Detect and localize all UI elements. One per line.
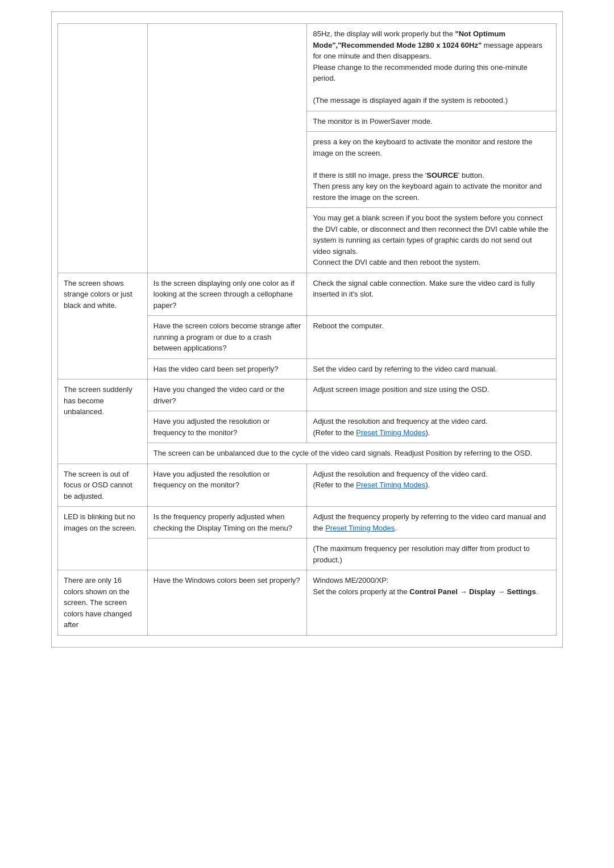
- solution-cell: You may get a blank screen if you boot t…: [307, 208, 557, 273]
- solution-cell: Check the signal cable connection. Make …: [307, 273, 557, 316]
- page-container: 85Hz, the display will work properly but…: [51, 11, 563, 648]
- solution-text: Windows ME/2000/XP:Set the colors proper…: [313, 576, 538, 596]
- check-cell: Have you adjusted the resolution or freq…: [147, 464, 307, 507]
- solution-text: Adjust the frequency properly by referri…: [313, 512, 546, 532]
- solution-text: Adjust screen image position and size us…: [313, 385, 489, 394]
- solution-text: Adjust the resolution and frequency at t…: [313, 417, 487, 437]
- check-text: Have the Windows colors been set properl…: [154, 576, 300, 585]
- table-row: 85Hz, the display will work properly but…: [58, 24, 557, 111]
- span-text: The screen can be unbalanced due to the …: [154, 449, 532, 457]
- preset-timing-link[interactable]: Preset Timing Modes: [356, 428, 425, 437]
- check-text: Is the frequency properly adjusted when …: [154, 512, 292, 532]
- solution-cell: The monitor is in PowerSaver mode.: [307, 111, 557, 132]
- solution-text: The monitor is in PowerSaver mode.: [313, 117, 432, 126]
- check-cell: Have you adjusted the resolution or freq…: [147, 411, 307, 443]
- check-text: Have you adjusted the resolution or freq…: [154, 417, 270, 437]
- check-text: Have the screen colors become strange af…: [154, 322, 301, 352]
- symptom-text: The screen is out of focus or OSD cannot…: [64, 470, 132, 500]
- check-cell: Have the Windows colors been set properl…: [147, 570, 307, 636]
- table-row: The screen shows strange colors or just …: [58, 273, 557, 316]
- preset-timing-link-2[interactable]: Preset Timing Modes: [356, 481, 425, 489]
- symptom-text: The screen shows strange colors or just …: [64, 279, 132, 310]
- symptom-text: There are only 16 colors shown on the sc…: [64, 576, 132, 629]
- solution-text: 85Hz, the display will work properly but…: [313, 30, 455, 38]
- solution-text: Reboot the computer.: [313, 322, 383, 330]
- solution-cell: Adjust the resolution and frequency of t…: [307, 464, 557, 507]
- symptom-cell: There are only 16 colors shown on the sc…: [58, 570, 148, 636]
- solution-text: (The maximum frequency per resolution ma…: [313, 544, 529, 564]
- solution-cell: (The maximum frequency per resolution ma…: [307, 539, 557, 570]
- solution-text: Adjust the resolution and frequency of t…: [313, 470, 487, 490]
- check-cell: [147, 24, 307, 273]
- table-row: The screen is out of focus or OSD cannot…: [58, 464, 557, 507]
- troubleshooting-table: 85Hz, the display will work properly but…: [57, 23, 557, 636]
- solution-cell: 85Hz, the display will work properly but…: [307, 24, 557, 111]
- table-row: There are only 16 colors shown on the sc…: [58, 570, 557, 636]
- solution-text-2: message appears for one minute and then …: [313, 41, 542, 105]
- check-cell: Has the video card been set properly?: [147, 358, 307, 379]
- check-text: Has the video card been set properly?: [154, 365, 279, 373]
- solution-text: Check the signal cable connection. Make …: [313, 279, 534, 299]
- check-text: Have you changed the video card or the d…: [154, 385, 285, 405]
- table-row: The screen suddenly has become unbalance…: [58, 379, 557, 411]
- span-cell: The screen can be unbalanced due to the …: [147, 443, 556, 464]
- solution-text: Set the video card by referring to the v…: [313, 365, 497, 373]
- check-cell: Have you changed the video card or the d…: [147, 379, 307, 411]
- symptom-cell: The screen suddenly has become unbalance…: [58, 379, 148, 464]
- symptom-text: The screen suddenly has become unbalance…: [64, 385, 132, 416]
- solution-text: You may get a blank screen if you boot t…: [313, 214, 548, 266]
- symptom-text: LED is blinking but no images on the scr…: [64, 512, 136, 532]
- check-cell: [147, 539, 307, 570]
- solution-cell: Adjust screen image position and size us…: [307, 379, 557, 411]
- solution-cell: Adjust the frequency properly by referri…: [307, 507, 557, 539]
- table-row: LED is blinking but no images on the scr…: [58, 507, 557, 539]
- preset-timing-link-3[interactable]: Preset Timing Modes: [325, 524, 395, 532]
- solution-cell: Set the video card by referring to the v…: [307, 358, 557, 379]
- check-text: Is the screen displaying only one color …: [154, 279, 294, 310]
- solution-cell: Adjust the resolution and frequency at t…: [307, 411, 557, 443]
- solution-cell: press a key on the keyboard to activate …: [307, 132, 557, 208]
- symptom-cell: The screen is out of focus or OSD cannot…: [58, 464, 148, 507]
- solution-cell: Reboot the computer.: [307, 316, 557, 359]
- solution-text: press a key on the keyboard to activate …: [313, 137, 542, 202]
- check-cell: Have the screen colors become strange af…: [147, 316, 307, 359]
- symptom-cell: LED is blinking but no images on the scr…: [58, 507, 148, 570]
- symptom-cell: The screen shows strange colors or just …: [58, 273, 148, 379]
- symptom-cell: [58, 24, 148, 273]
- solution-cell: Windows ME/2000/XP:Set the colors proper…: [307, 570, 557, 636]
- check-text: Have you adjusted the resolution or freq…: [154, 470, 270, 490]
- check-cell: Is the frequency properly adjusted when …: [147, 507, 307, 539]
- check-cell: Is the screen displaying only one color …: [147, 273, 307, 316]
